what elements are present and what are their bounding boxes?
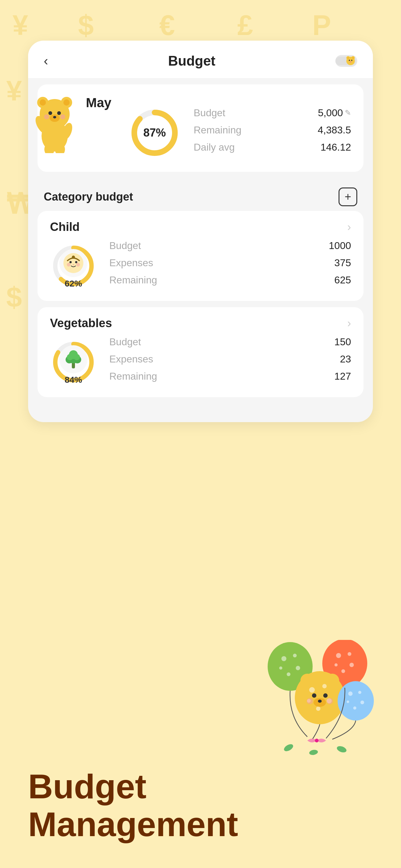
svg-point-43 <box>67 354 73 360</box>
edit-icon[interactable]: ✎ <box>345 108 351 117</box>
vegetables-donut: 84% <box>50 339 97 385</box>
svg-point-49 <box>296 666 300 670</box>
vegetables-category-title: Vegetables <box>50 316 112 330</box>
svg-point-48 <box>279 666 282 670</box>
svg-point-52 <box>336 653 341 658</box>
svg-point-68 <box>323 693 328 698</box>
child-card-body: 62% Budget 1000 Expenses 375 Remaining 6… <box>50 240 351 291</box>
bear-icon <box>335 55 356 67</box>
vegetables-card-body: 84% Budget 150 Expenses 23 Remaining 127 <box>50 336 351 388</box>
svg-point-76 <box>347 701 349 703</box>
child-percent: 62% <box>65 279 82 289</box>
vegetables-chevron-icon[interactable]: › <box>347 317 351 330</box>
child-donut: 62% <box>50 243 97 289</box>
back-button[interactable]: ‹ <box>44 54 48 68</box>
may-title: May <box>86 95 111 110</box>
svg-point-74 <box>348 691 353 696</box>
page-title: Budget <box>168 53 215 69</box>
stat-value-remaining: 4,383.5 <box>318 124 351 136</box>
stat-value-daily: 146.12 <box>321 142 351 153</box>
svg-point-56 <box>341 669 345 673</box>
child-chevron-icon[interactable]: › <box>347 221 351 234</box>
svg-point-16 <box>40 99 46 105</box>
svg-point-77 <box>360 701 364 704</box>
stat-label-budget: Budget <box>194 107 225 119</box>
svg-point-80 <box>283 743 295 753</box>
vegetables-category-card[interactable]: Vegetables › <box>37 307 364 397</box>
svg-point-18 <box>63 99 70 105</box>
svg-point-78 <box>353 707 356 710</box>
add-category-button[interactable]: + <box>338 187 357 206</box>
svg-point-63 <box>322 684 327 688</box>
may-stats: Budget 5,000 ✎ Remaining 4,383.5 Daily a… <box>194 107 351 159</box>
tagline-line2: Management <box>28 805 238 843</box>
svg-point-5 <box>352 57 354 59</box>
veg-stat-budget: Budget 150 <box>109 336 351 348</box>
svg-point-7 <box>351 60 352 61</box>
svg-point-32 <box>73 264 74 265</box>
svg-point-79 <box>315 739 319 742</box>
stat-label-remaining: Remaining <box>194 124 241 136</box>
stat-row-daily: Daily avg 146.12 <box>194 142 351 153</box>
child-stats: Budget 1000 Expenses 375 Remaining 625 <box>109 240 351 291</box>
vegetables-card-header: Vegetables › <box>50 316 351 330</box>
bear-toggle-icon[interactable] <box>335 55 357 67</box>
svg-point-73 <box>338 681 374 720</box>
category-budget-header: Category budget + <box>28 181 373 211</box>
svg-point-62 <box>309 687 315 693</box>
veg-stat-expenses: Expenses 23 <box>109 353 351 365</box>
header: ‹ Budget <box>28 41 373 78</box>
svg-point-66 <box>316 707 321 711</box>
stat-row-budget: Budget 5,000 ✎ <box>194 107 351 119</box>
tagline: Budget Management <box>28 767 238 843</box>
may-donut: 87% <box>128 106 181 159</box>
svg-point-82 <box>309 749 318 756</box>
vegetables-icon <box>59 345 88 373</box>
svg-point-54 <box>334 663 338 666</box>
stat-label-daily: Daily avg <box>194 142 235 153</box>
svg-point-44 <box>74 354 80 360</box>
phone-card: ‹ Budget <box>28 41 373 422</box>
child-card-header: Child › <box>50 220 351 234</box>
svg-point-55 <box>349 663 354 667</box>
svg-point-46 <box>281 656 287 661</box>
stat-row-remaining: Remaining 4,383.5 <box>194 124 351 136</box>
svg-point-31 <box>75 261 77 263</box>
child-icon <box>59 249 88 277</box>
svg-point-72 <box>327 698 333 704</box>
child-category-title: Child <box>50 220 80 234</box>
vegetables-percent: 84% <box>65 375 82 385</box>
child-stat-remaining: Remaining 625 <box>109 274 351 286</box>
svg-point-4 <box>347 57 349 59</box>
may-percent: 87% <box>143 126 166 140</box>
svg-point-61 <box>295 671 345 724</box>
svg-point-50 <box>287 673 291 676</box>
svg-point-53 <box>347 652 352 656</box>
svg-point-67 <box>312 693 316 698</box>
svg-point-19 <box>48 111 52 115</box>
svg-point-35 <box>72 256 75 259</box>
svg-point-22 <box>53 116 56 118</box>
svg-point-6 <box>349 60 350 61</box>
svg-point-47 <box>293 654 297 657</box>
veg-stat-remaining: Remaining 127 <box>109 371 351 382</box>
category-budget-title: Category budget <box>44 190 133 204</box>
svg-point-71 <box>307 698 313 704</box>
svg-point-30 <box>70 261 72 263</box>
svg-point-33 <box>67 263 71 267</box>
svg-point-70 <box>318 700 322 703</box>
svg-point-81 <box>336 745 347 754</box>
bear-mascot <box>33 91 76 154</box>
svg-point-34 <box>76 263 80 267</box>
vegetables-stats: Budget 150 Expenses 23 Remaining 127 <box>109 336 351 388</box>
svg-point-23 <box>44 114 49 119</box>
may-section: May 87% Budget 5,000 ✎ Remaining 4,383.5 <box>37 84 364 172</box>
svg-point-8 <box>350 61 352 62</box>
child-stat-budget: Budget 1000 <box>109 240 351 251</box>
balloon-decoration <box>264 640 376 758</box>
child-category-card[interactable]: Child › <box>37 211 364 301</box>
svg-point-24 <box>60 114 65 119</box>
tagline-line1: Budget <box>28 767 238 805</box>
stat-value-budget: 5,000 <box>318 107 343 119</box>
svg-point-20 <box>57 111 61 115</box>
